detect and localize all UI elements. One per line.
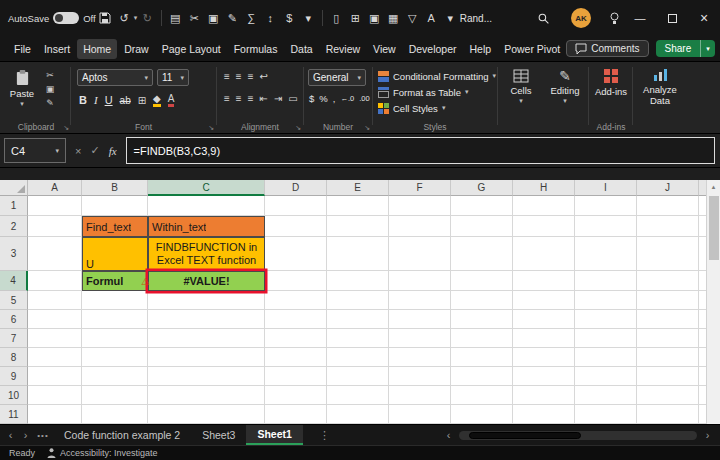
cell-A1[interactable]: [28, 196, 82, 216]
undo-icon[interactable]: ↺: [115, 6, 134, 30]
cell-C9[interactable]: [148, 367, 265, 386]
more-icon[interactable]: ▾: [299, 6, 318, 30]
comments-button[interactable]: Comments: [566, 40, 648, 57]
horizontal-scrollbar[interactable]: ‹ ›: [441, 425, 720, 445]
new-file-icon[interactable]: ▯: [327, 6, 346, 30]
cell-H1[interactable]: [513, 196, 575, 216]
copy-icon[interactable]: ▣: [42, 84, 58, 94]
row-header-6[interactable]: 6: [0, 310, 28, 329]
cell-F1[interactable]: [389, 196, 451, 216]
cell-B11[interactable]: [82, 405, 148, 424]
cell-A11[interactable]: [28, 405, 82, 424]
editing-button[interactable]: ✎ Editing ▾: [543, 62, 587, 120]
menu-tab-data[interactable]: Data: [284, 39, 318, 59]
cell-D5[interactable]: [265, 291, 327, 310]
cell-E8[interactable]: [327, 348, 389, 367]
number-dialog-launcher-icon[interactable]: ↘: [364, 124, 370, 132]
cell-B8[interactable]: [82, 348, 148, 367]
cell-G4[interactable]: [451, 271, 513, 291]
cell-J9[interactable]: [637, 367, 699, 386]
cell-C1[interactable]: [148, 196, 265, 216]
cell-E7[interactable]: [327, 329, 389, 348]
percent-format-button[interactable]: %: [319, 93, 327, 104]
cell-G10[interactable]: [451, 386, 513, 405]
cell-E2[interactable]: [327, 216, 389, 237]
cell-D7[interactable]: [265, 329, 327, 348]
cell-G11[interactable]: [451, 405, 513, 424]
align-center-icon[interactable]: ≡: [236, 93, 242, 104]
autosave-toggle[interactable]: AutoSave Off: [8, 12, 96, 24]
cell-C6[interactable]: [148, 310, 265, 329]
merge-center-icon[interactable]: ▭: [288, 93, 297, 104]
cell-I6[interactable]: [575, 310, 637, 329]
cell-I11[interactable]: [575, 405, 637, 424]
cell-H4[interactable]: [513, 271, 575, 291]
clipboard-dialog-launcher-icon[interactable]: ↘: [63, 124, 69, 132]
row-header-4[interactable]: 4: [0, 271, 28, 291]
cell-B1[interactable]: [82, 196, 148, 216]
cell-C3[interactable]: FINDBFUNCTION in Excel TEXT function: [148, 237, 265, 271]
currency-format-button[interactable]: $: [309, 93, 314, 104]
align-middle-icon[interactable]: ≡: [236, 71, 242, 82]
cut-icon[interactable]: ✂: [42, 70, 58, 80]
increase-indent-icon[interactable]: ⇥: [274, 93, 282, 104]
underline-button[interactable]: U: [105, 94, 113, 106]
name-box[interactable]: C4 ▾: [4, 138, 66, 163]
addins-button[interactable]: Add-ins: [590, 62, 632, 120]
cell-H8[interactable]: [513, 348, 575, 367]
lightbulb-icon[interactable]: [605, 6, 624, 30]
bold-button[interactable]: B: [79, 94, 87, 106]
align-bottom-icon[interactable]: ≡: [248, 71, 254, 82]
accessibility-button[interactable]: Accessibility: Investigate: [47, 448, 158, 458]
copy-icon[interactable]: ▣: [204, 6, 223, 30]
format-painter-icon[interactable]: ✎: [223, 6, 242, 30]
minimize-button[interactable]: —: [624, 0, 656, 36]
cell-I9[interactable]: [575, 367, 637, 386]
cell-I1[interactable]: [575, 196, 637, 216]
cell-H5[interactable]: [513, 291, 575, 310]
format-painter-icon[interactable]: ✎: [42, 98, 58, 108]
menu-tab-home[interactable]: Home: [77, 39, 117, 59]
cell-F4[interactable]: [389, 271, 451, 291]
row-header-9[interactable]: 9: [0, 367, 28, 386]
cell-styles-button[interactable]: Cell Styles ▾: [378, 100, 496, 116]
cell-D1[interactable]: [265, 196, 327, 216]
menu-tab-file[interactable]: File: [8, 39, 37, 59]
vertical-scrollbar[interactable]: ▲: [706, 180, 720, 424]
cell-F7[interactable]: [389, 329, 451, 348]
scroll-left-icon[interactable]: ‹: [441, 429, 456, 441]
column-header-D[interactable]: D: [265, 180, 327, 196]
cell-H3[interactable]: [513, 237, 575, 271]
row-header-11[interactable]: 11: [0, 405, 28, 424]
cell-G5[interactable]: [451, 291, 513, 310]
font-dialog-launcher-icon[interactable]: ↘: [208, 124, 214, 132]
decrease-decimal-button[interactable]: .00: [359, 94, 369, 103]
search-icon[interactable]: [534, 6, 553, 30]
share-dropdown-icon[interactable]: ▾: [700, 40, 715, 57]
cell-I7[interactable]: [575, 329, 637, 348]
cell-B5[interactable]: [82, 291, 148, 310]
cell-D2[interactable]: [265, 216, 327, 237]
sheet-tab-code-function-example-2[interactable]: Code function example 2: [53, 425, 191, 445]
menu-tab-developer[interactable]: Developer: [403, 39, 463, 59]
number-format-select[interactable]: General ▾: [308, 69, 366, 86]
cell-E6[interactable]: [327, 310, 389, 329]
cell-B4[interactable]: Formul⚠: [82, 271, 148, 291]
cell-G7[interactable]: [451, 329, 513, 348]
align-right-icon[interactable]: ≡: [248, 93, 254, 104]
fill-color-button[interactable]: ◆: [153, 93, 161, 107]
cell-D4[interactable]: [265, 271, 327, 291]
menu-tab-formulas[interactable]: Formulas: [228, 39, 284, 59]
cell-F9[interactable]: [389, 367, 451, 386]
row-header-2[interactable]: 2: [0, 216, 28, 237]
cell-F3[interactable]: [389, 237, 451, 271]
cell-I5[interactable]: [575, 291, 637, 310]
cell-F6[interactable]: [389, 310, 451, 329]
increase-decimal-button[interactable]: ←.0: [340, 94, 354, 103]
align-top-icon[interactable]: ≡: [224, 71, 230, 82]
menu-tab-view[interactable]: View: [367, 39, 402, 59]
font-color-button[interactable]: A: [168, 93, 175, 107]
row-header-1[interactable]: 1: [0, 196, 28, 216]
cell-G9[interactable]: [451, 367, 513, 386]
table-icon[interactable]: ▦: [384, 6, 403, 30]
